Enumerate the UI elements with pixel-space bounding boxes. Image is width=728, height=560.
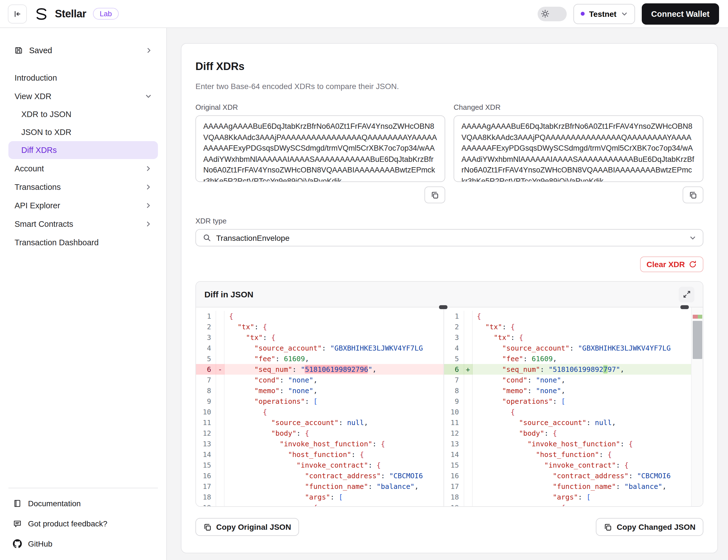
sun-icon [541,10,549,18]
saved-label: Saved [29,46,52,55]
brand-name: Stellar [55,8,86,20]
diff-line: 2 "tx": { [444,321,691,332]
diff-line: 15 "invoke_contract": { [444,460,691,470]
nav-label: Introduction [15,73,57,82]
v-scrollbar-thumb[interactable] [693,321,702,359]
page-title: Diff XDRs [195,60,703,73]
diff-line: 15 "invoke_contract": { [196,460,443,470]
nav-label: XDR to JSON [21,110,71,119]
collapse-sidebar-icon [13,9,22,18]
original-xdr-column: Original XDR AAAAAgAAAABuE6DqJtabKrzBfrN… [195,103,445,203]
diff-line: 5 "fee": 61609, [196,353,443,364]
sidebar-footer: Documentation Got product feedback? [8,488,158,552]
copy-icon [604,523,612,531]
removed-mark [693,315,697,319]
nav-label: JSON to XDR [21,128,71,137]
diff-line: 1{ [444,311,691,321]
github-link[interactable]: GitHub [8,535,158,552]
diff-line: 19 { [196,502,443,506]
diff-line: 14 "host_function": { [444,449,691,460]
h-scrollbar-thumb-changed[interactable] [680,305,689,309]
diff-line: 18 "args": [ [196,492,443,502]
top-bar: Stellar Lab Testnet [0,0,728,28]
diff-line: 10 { [444,407,691,417]
copy-original-json-button[interactable]: Copy Original JSON [195,518,299,536]
expand-diff-button[interactable] [679,286,694,302]
v-scrollbar[interactable] [691,307,703,506]
sidebar-item-transaction-dashboard[interactable]: Transaction Dashboard [8,233,158,251]
diff-line: 13 "invoke_host_function": { [444,438,691,449]
nav-label: Transactions [15,182,61,191]
page-subtitle: Enter two Base-64 encoded XDRs to compar… [195,82,703,91]
stellar-lab-home-link[interactable]: Stellar Lab [33,5,118,22]
diff-line: 2 "tx": { [196,321,443,332]
footer-label: GitHub [28,539,52,548]
sidebar-item-json-to-xdr[interactable]: JSON to XDR [8,123,158,141]
sidebar-item-xdr-to-json[interactable]: XDR to JSON [8,105,158,123]
h-scrollbar-thumb-original[interactable] [439,305,447,309]
feedback-link[interactable]: Got product feedback? [8,515,158,532]
connect-wallet-button[interactable]: Connect Wallet [642,3,719,24]
sidebar-item-diff-xdrs[interactable]: Diff XDRs [8,141,158,159]
nav-label: Diff XDRs [21,146,57,155]
copy-changed-xdr-button[interactable] [683,186,703,203]
diff-pane-changed: 1{2 "tx": {3 "tx": {4 "source_account": … [444,307,703,506]
sidebar-item-api-explorer[interactable]: API Explorer [8,196,158,214]
diff-xdrs-card: Diff XDRs Enter two Base-64 encoded XDRs… [181,43,718,553]
diff-line: 9 "operations": [ [196,396,443,407]
original-xdr-input[interactable]: AAAAAgAAAABuE6DqJtabKrzBfrNo6A0Zt1FrFAV4… [195,115,445,182]
top-bar-actions: Testnet Connect Wallet [538,3,719,24]
expand-icon [682,290,691,298]
sidebar-item-saved[interactable]: Saved [8,39,158,62]
diff-line: 9 "operations": [ [444,396,691,407]
diff-line: 14 "host_function": { [196,449,443,460]
copy-changed-json-button[interactable]: Copy Changed JSON [596,518,703,536]
book-icon [13,499,22,508]
xdr-type-value: TransactionEnvelope [216,233,290,242]
sidebar-item-smart-contracts[interactable]: Smart Contracts [8,214,158,233]
sidebar: Saved Introduction View XDR XDR t [0,28,167,560]
copy-icon [431,191,439,199]
diff-panel-title: Diff in JSON [204,290,253,299]
clear-xdr-button[interactable]: Clear XDR [640,256,703,272]
copy-original-json-label: Copy Original JSON [216,522,291,531]
diff-line: 12 "body": { [444,428,691,438]
sidebar-item-account[interactable]: Account [8,159,158,178]
theme-toggle[interactable] [538,6,567,21]
collapse-sidebar-button[interactable] [8,4,27,23]
nav-label: API Explorer [15,201,60,210]
clear-xdr-label: Clear XDR [647,260,685,269]
original-xdr-label: Original XDR [195,103,445,111]
documentation-link[interactable]: Documentation [8,495,158,512]
footer-label: Documentation [28,499,81,508]
changed-xdr-column: Changed XDR AAAAAgAAAABuE6DqJtabKrzBfrNo… [454,103,703,203]
chevron-down-icon [145,93,152,99]
diff-line: 4 "source_account": "GBXBHIHKE3LJWKV4YF7… [444,343,691,353]
chevron-right-icon [145,220,152,227]
footer-label: Got product feedback? [28,519,107,528]
diff-line: 7 "cond": "none", [196,375,443,385]
stellar-lab-app: Stellar Lab Testnet [0,0,728,560]
copy-original-xdr-button[interactable] [424,186,445,203]
nav-label: Transaction Dashboard [15,238,99,247]
network-status-dot [581,12,585,16]
sidebar-item-view-xdr[interactable]: View XDR [8,87,158,105]
network-selector[interactable]: Testnet [573,4,635,24]
diff-body: 1{2 "tx": {3 "tx": {4 "source_account": … [196,307,703,506]
view-xdr-subnav: XDR to JSON JSON to XDR Diff XDRs [8,105,158,159]
diff-line: 3 "tx": { [444,332,691,343]
changed-xdr-input[interactable]: AAAAAgAAAABuE6DqJtabKrzBfrNo6A0Zt1FrFAV4… [454,115,703,182]
diff-line: 17 "function_name": "balance", [444,481,691,492]
refresh-icon [689,260,697,268]
chevron-right-icon [145,183,152,190]
xdr-type-select[interactable]: TransactionEnvelope [195,229,703,246]
diff-line: 8 "memo": "none", [196,385,443,396]
json-actions: Copy Original JSON Copy Changed JSON [195,518,703,536]
diff-line: 3 "tx": { [196,332,443,343]
sidebar-item-transactions[interactable]: Transactions [8,178,158,196]
diff-line: 5 "fee": 61609, [444,353,691,364]
added-mark [697,315,702,319]
chevron-down-icon [621,10,628,17]
sidebar-item-introduction[interactable]: Introduction [8,68,158,87]
diff-line: 12 "body": { [196,428,443,438]
